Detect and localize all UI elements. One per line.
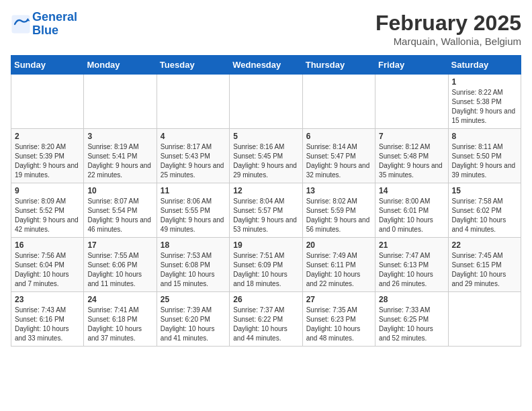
- calendar-cell: 17Sunrise: 7:55 AM Sunset: 6:06 PM Dayli…: [84, 238, 157, 292]
- calendar-cell: 10Sunrise: 8:07 AM Sunset: 5:54 PM Dayli…: [84, 183, 157, 238]
- calendar-cell: 21Sunrise: 7:47 AM Sunset: 6:13 PM Dayli…: [375, 238, 448, 292]
- weekday-header-saturday: Saturday: [448, 56, 521, 75]
- day-number: 24: [87, 295, 152, 304]
- calendar-cell: 16Sunrise: 7:56 AM Sunset: 6:04 PM Dayli…: [11, 238, 84, 292]
- calendar-week-row: 1Sunrise: 8:22 AM Sunset: 5:38 PM Daylig…: [11, 75, 521, 129]
- calendar-cell: 14Sunrise: 8:00 AM Sunset: 6:01 PM Dayli…: [375, 183, 448, 238]
- location: Marquain, Wallonia, Belgium: [375, 36, 521, 47]
- day-number: 19: [233, 240, 298, 250]
- day-info: Sunrise: 8:19 AM Sunset: 5:41 PM Dayligh…: [87, 142, 152, 180]
- day-number: 27: [306, 295, 371, 304]
- calendar-cell: 28Sunrise: 7:33 AM Sunset: 6:25 PM Dayli…: [375, 292, 448, 347]
- calendar-cell: 9Sunrise: 8:09 AM Sunset: 5:52 PM Daylig…: [11, 183, 84, 238]
- calendar-cell: 13Sunrise: 8:02 AM Sunset: 5:59 PM Dayli…: [302, 183, 375, 238]
- day-number: 15: [452, 186, 517, 195]
- day-info: Sunrise: 7:49 AM Sunset: 6:11 PM Dayligh…: [306, 251, 371, 289]
- day-number: 10: [87, 186, 152, 195]
- calendar-cell: 3Sunrise: 8:19 AM Sunset: 5:41 PM Daylig…: [84, 129, 157, 183]
- day-number: 13: [306, 186, 371, 195]
- calendar-cell: [302, 75, 375, 129]
- weekday-header-row: SundayMondayTuesdayWednesdayThursdayFrid…: [11, 56, 521, 75]
- day-number: 2: [15, 132, 80, 141]
- calendar-cell: 7Sunrise: 8:12 AM Sunset: 5:48 PM Daylig…: [375, 129, 448, 183]
- calendar-cell: 15Sunrise: 7:58 AM Sunset: 6:02 PM Dayli…: [448, 183, 521, 238]
- calendar-cell: [230, 75, 302, 129]
- day-number: 22: [452, 240, 517, 250]
- day-number: 26: [233, 295, 298, 304]
- calendar-cell: 2Sunrise: 8:20 AM Sunset: 5:39 PM Daylig…: [11, 129, 84, 183]
- day-info: Sunrise: 7:58 AM Sunset: 6:02 PM Dayligh…: [452, 197, 517, 234]
- calendar-cell: [157, 75, 229, 129]
- calendar-cell: 22Sunrise: 7:45 AM Sunset: 6:15 PM Dayli…: [448, 238, 521, 292]
- calendar-cell: 19Sunrise: 7:51 AM Sunset: 6:09 PM Dayli…: [230, 238, 302, 292]
- day-number: 5: [233, 132, 298, 141]
- day-info: Sunrise: 7:55 AM Sunset: 6:06 PM Dayligh…: [87, 251, 152, 289]
- day-number: 1: [452, 77, 517, 87]
- month-year: February 2025: [375, 11, 521, 36]
- weekday-header-sunday: Sunday: [11, 56, 84, 75]
- day-info: Sunrise: 8:00 AM Sunset: 6:01 PM Dayligh…: [379, 197, 444, 234]
- day-info: Sunrise: 8:02 AM Sunset: 5:59 PM Dayligh…: [306, 197, 371, 234]
- day-info: Sunrise: 8:04 AM Sunset: 5:57 PM Dayligh…: [233, 197, 298, 234]
- day-info: Sunrise: 7:35 AM Sunset: 6:23 PM Dayligh…: [306, 306, 371, 343]
- calendar-cell: 24Sunrise: 7:41 AM Sunset: 6:18 PM Dayli…: [84, 292, 157, 347]
- day-number: 17: [87, 240, 152, 250]
- day-number: 8: [452, 132, 517, 141]
- weekday-header-friday: Friday: [375, 56, 448, 75]
- calendar-week-row: 2Sunrise: 8:20 AM Sunset: 5:39 PM Daylig…: [11, 129, 521, 183]
- day-number: 4: [161, 132, 226, 141]
- day-number: 7: [379, 132, 444, 141]
- day-info: Sunrise: 8:16 AM Sunset: 5:45 PM Dayligh…: [233, 142, 298, 180]
- day-number: 21: [379, 240, 444, 250]
- day-info: Sunrise: 7:45 AM Sunset: 6:15 PM Dayligh…: [452, 251, 517, 289]
- calendar-cell: [375, 75, 448, 129]
- calendar-week-row: 9Sunrise: 8:09 AM Sunset: 5:52 PM Daylig…: [11, 183, 521, 238]
- day-info: Sunrise: 8:20 AM Sunset: 5:39 PM Dayligh…: [15, 142, 80, 180]
- day-info: Sunrise: 8:22 AM Sunset: 5:38 PM Dayligh…: [452, 88, 517, 126]
- calendar-cell: 23Sunrise: 7:43 AM Sunset: 6:16 PM Dayli…: [11, 292, 84, 347]
- calendar-cell: [11, 75, 84, 129]
- day-number: 9: [15, 186, 80, 195]
- day-info: Sunrise: 7:56 AM Sunset: 6:04 PM Dayligh…: [15, 251, 80, 289]
- day-info: Sunrise: 8:07 AM Sunset: 5:54 PM Dayligh…: [87, 197, 152, 234]
- calendar-cell: 1Sunrise: 8:22 AM Sunset: 5:38 PM Daylig…: [448, 75, 521, 129]
- calendar-cell: [84, 75, 157, 129]
- day-number: 28: [379, 295, 444, 304]
- day-number: 23: [15, 295, 80, 304]
- calendar-cell: 11Sunrise: 8:06 AM Sunset: 5:55 PM Dayli…: [157, 183, 229, 238]
- calendar-cell: 4Sunrise: 8:17 AM Sunset: 5:43 PM Daylig…: [157, 129, 229, 183]
- weekday-header-tuesday: Tuesday: [157, 56, 229, 75]
- day-info: Sunrise: 8:11 AM Sunset: 5:50 PM Dayligh…: [452, 142, 517, 180]
- calendar-cell: 18Sunrise: 7:53 AM Sunset: 6:08 PM Dayli…: [157, 238, 229, 292]
- day-info: Sunrise: 7:41 AM Sunset: 6:18 PM Dayligh…: [87, 306, 152, 343]
- day-info: Sunrise: 8:09 AM Sunset: 5:52 PM Dayligh…: [15, 197, 80, 234]
- day-number: 14: [379, 186, 444, 195]
- calendar-week-row: 16Sunrise: 7:56 AM Sunset: 6:04 PM Dayli…: [11, 238, 521, 292]
- day-number: 3: [87, 132, 152, 141]
- calendar-cell: 20Sunrise: 7:49 AM Sunset: 6:11 PM Dayli…: [302, 238, 375, 292]
- calendar-cell: 12Sunrise: 8:04 AM Sunset: 5:57 PM Dayli…: [230, 183, 302, 238]
- day-info: Sunrise: 8:06 AM Sunset: 5:55 PM Dayligh…: [161, 197, 226, 234]
- calendar-cell: 6Sunrise: 8:14 AM Sunset: 5:47 PM Daylig…: [302, 129, 375, 183]
- calendar-cell: 27Sunrise: 7:35 AM Sunset: 6:23 PM Dayli…: [302, 292, 375, 347]
- calendar-cell: 5Sunrise: 8:16 AM Sunset: 5:45 PM Daylig…: [230, 129, 302, 183]
- day-info: Sunrise: 7:37 AM Sunset: 6:22 PM Dayligh…: [233, 306, 298, 343]
- day-info: Sunrise: 8:17 AM Sunset: 5:43 PM Dayligh…: [161, 142, 226, 180]
- calendar-table: SundayMondayTuesdayWednesdayThursdayFrid…: [11, 55, 521, 347]
- title-section: February 2025 Marquain, Wallonia, Belgiu…: [375, 11, 521, 47]
- day-number: 18: [161, 240, 226, 250]
- calendar-cell: 8Sunrise: 8:11 AM Sunset: 5:50 PM Daylig…: [448, 129, 521, 183]
- day-number: 6: [306, 132, 371, 141]
- day-number: 12: [233, 186, 298, 195]
- day-info: Sunrise: 7:53 AM Sunset: 6:08 PM Dayligh…: [161, 251, 226, 289]
- calendar-cell: [448, 292, 521, 347]
- day-info: Sunrise: 8:12 AM Sunset: 5:48 PM Dayligh…: [379, 142, 444, 180]
- day-info: Sunrise: 7:33 AM Sunset: 6:25 PM Dayligh…: [379, 306, 444, 343]
- day-info: Sunrise: 7:51 AM Sunset: 6:09 PM Dayligh…: [233, 251, 298, 289]
- day-number: 25: [161, 295, 226, 304]
- day-info: Sunrise: 7:39 AM Sunset: 6:20 PM Dayligh…: [161, 306, 226, 343]
- day-number: 11: [161, 186, 226, 195]
- logo: General Blue: [11, 11, 77, 38]
- day-number: 20: [306, 240, 371, 250]
- day-info: Sunrise: 7:43 AM Sunset: 6:16 PM Dayligh…: [15, 306, 80, 343]
